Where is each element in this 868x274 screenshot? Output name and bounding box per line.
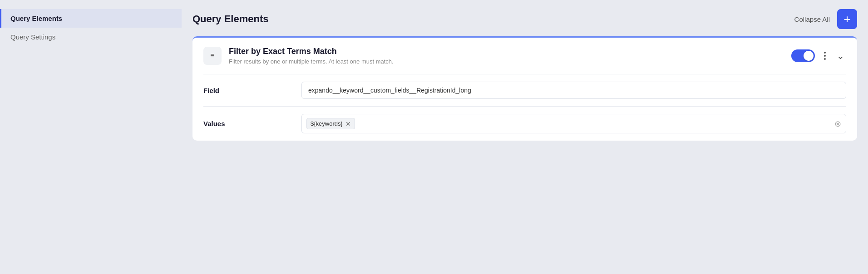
values-row: Values ${keywords} ✕ ⊗ bbox=[192, 107, 857, 141]
dot-1 bbox=[824, 52, 826, 54]
card-header: ≡ Filter by Exact Terms Match Filter res… bbox=[192, 38, 857, 74]
tag-keywords: ${keywords} ✕ bbox=[306, 118, 355, 129]
values-inner: ${keywords} ✕ bbox=[306, 118, 355, 129]
main-content: Query Elements Collapse All + ≡ Filter b… bbox=[182, 0, 868, 274]
clear-all-icon: ⊗ bbox=[834, 119, 841, 129]
header-actions: Collapse All + bbox=[794, 9, 857, 29]
card-title: Filter by Exact Terms Match bbox=[229, 47, 784, 56]
collapse-card-button[interactable]: ⌄ bbox=[835, 49, 846, 63]
chevron-down-icon: ⌄ bbox=[837, 51, 844, 61]
add-icon: + bbox=[843, 13, 850, 25]
sidebar-item-query-settings[interactable]: Query Settings bbox=[0, 28, 182, 46]
filter-card: ≡ Filter by Exact Terms Match Filter res… bbox=[192, 36, 857, 141]
add-button[interactable]: + bbox=[837, 9, 857, 29]
main-header: Query Elements Collapse All + bbox=[192, 9, 857, 29]
page-title: Query Elements bbox=[192, 13, 269, 25]
remove-icon: ✕ bbox=[345, 120, 351, 127]
card-subtitle: Filter results by one or multiple terms.… bbox=[229, 58, 784, 65]
field-row: Field expando__keyword__custom_fields__R… bbox=[192, 74, 857, 106]
tag-remove-button[interactable]: ✕ bbox=[345, 121, 351, 127]
field-value: expando__keyword__custom_fields__Registr… bbox=[301, 82, 846, 99]
field-label: Field bbox=[203, 87, 294, 94]
card-controls: ⌄ bbox=[791, 49, 846, 63]
clear-all-button[interactable]: ⊗ bbox=[834, 119, 841, 129]
dot-2 bbox=[824, 55, 826, 57]
tag-label: ${keywords} bbox=[311, 120, 343, 127]
dot-3 bbox=[824, 58, 826, 60]
card-title-block: Filter by Exact Terms Match Filter resul… bbox=[229, 47, 784, 65]
toggle-track bbox=[791, 49, 815, 62]
collapse-all-button[interactable]: Collapse All bbox=[794, 15, 830, 23]
filter-icon: ≡ bbox=[203, 47, 222, 65]
values-label: Values bbox=[203, 120, 294, 127]
sidebar-item-query-elements[interactable]: Query Elements bbox=[0, 9, 182, 28]
values-container[interactable]: ${keywords} ✕ ⊗ bbox=[301, 114, 846, 133]
sidebar: Query Elements Query Settings bbox=[0, 0, 182, 274]
toggle-thumb bbox=[804, 51, 814, 61]
more-options-button[interactable] bbox=[822, 50, 828, 62]
enabled-toggle[interactable] bbox=[791, 49, 815, 62]
